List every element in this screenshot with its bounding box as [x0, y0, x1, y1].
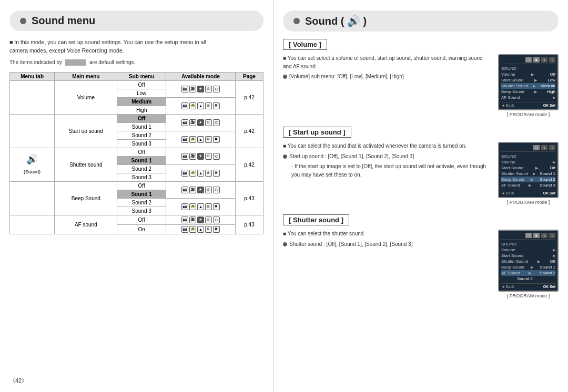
- volume-content: ■ You can set select a volume of sound, …: [283, 54, 559, 117]
- startup-lcd: □ ✎ ↕ SOUND Volume▶ Start Sound▶Off Shut…: [498, 142, 559, 205]
- mode-icon: ⊙: [205, 119, 212, 126]
- mode-icon: C: [213, 216, 220, 223]
- shutter-icons-2: 📷 🐢 ▲ ⊛ ✖: [166, 164, 235, 181]
- lcd-icon: ✎: [541, 57, 547, 63]
- mode-icon: ⊛: [205, 136, 212, 143]
- left-panel: Sound menu ■ In this mode, you can set u…: [0, 0, 273, 392]
- shutter-s1: Sound 1: [117, 156, 166, 164]
- mode-icon: ★: [197, 119, 204, 126]
- shutter-s2: Sound 2: [117, 164, 166, 173]
- lcd-row: SOUND: [501, 66, 555, 71]
- mode-icon: ⊛: [205, 226, 212, 233]
- intro-line1: ■ In this mode, you can set up sound set…: [9, 38, 263, 55]
- program-mode-label: [ PROGRAM mode ]: [507, 112, 550, 117]
- table-row: 🔊(Sound) Shutter sound Off 📷 🎥 ★ ⊙ C p.4…: [10, 148, 263, 156]
- lcd-screen-shutter: □ ■ ✎ ↕ SOUND Volume▶ Start Sound▶ Shutt…: [498, 230, 559, 292]
- mode-icon: ⊙: [205, 86, 212, 92]
- startup-text: ■ You can select the sound that is activ…: [283, 142, 492, 181]
- mode-icon: ▲: [197, 203, 204, 210]
- lcd-icon: ■: [533, 57, 540, 63]
- lcd-row: Beep Sound▶High: [501, 89, 555, 95]
- af-page: p.43: [235, 215, 263, 234]
- col-menu-tab: Menu tab: [10, 72, 55, 80]
- right-panel: Sound ( 🔊 ) [ Volume ] ■ You can set sel…: [273, 0, 568, 392]
- lcd-icon: ↕: [549, 233, 555, 238]
- volume-high: High: [117, 106, 166, 114]
- menu-table: Menu tab Main menu Sub menu Available mo…: [9, 72, 263, 234]
- shutter-desc1: ■ You can select the shutter sound.: [283, 230, 492, 238]
- lcd-row: Start Sound▶: [501, 253, 555, 259]
- page-number: 《42》: [9, 377, 27, 385]
- mode-icon: 📷: [181, 226, 188, 233]
- startup-s3: Sound 3: [117, 139, 166, 148]
- mode-icon: C: [213, 153, 220, 160]
- volume-off: Off: [117, 80, 166, 89]
- mode-icon: 📷: [181, 86, 188, 92]
- af-off: Off: [117, 215, 166, 224]
- volume-icons-1: 📷 🎥 ★ ⊙ C: [166, 80, 235, 97]
- lcd-row: Sound 3: [501, 276, 555, 282]
- beep-icons-2: 📷 🐢 ▲ ⊛ ✖: [166, 198, 235, 215]
- mode-icon: ▲: [197, 170, 204, 177]
- volume-tab: [10, 80, 55, 114]
- lcd-row: Start Sound▶Low: [501, 77, 555, 83]
- mode-icon: ⊙: [205, 216, 212, 223]
- mode-icon: ▲: [197, 226, 204, 233]
- mode-icon: ⊙: [205, 153, 212, 160]
- mode-icon: ▲: [197, 102, 204, 109]
- lcd-ok: OK Set: [543, 191, 555, 195]
- lcd-row: SOUND: [501, 153, 555, 159]
- program-mode-label: [ PROGRAM mode ]: [507, 293, 550, 298]
- startup-s1: Sound 1: [117, 122, 166, 131]
- mode-icon: ★: [197, 216, 204, 223]
- af-main: AF sound: [55, 215, 117, 234]
- lcd-icon: ↕: [549, 57, 555, 63]
- volume-main: Volume: [55, 80, 117, 114]
- lcd-row: Volume▶: [501, 247, 555, 253]
- volume-lcd: □ ■ ✎ ↕ SOUND Volume▶Off Start Sound▶Low…: [498, 54, 559, 117]
- startup-bullet2: - If the start up image is set to [Off],…: [291, 162, 492, 179]
- mode-icon: 🐢: [189, 226, 196, 233]
- lcd-icon: ↕: [549, 145, 555, 150]
- startup-section-title: [ Start up sound ]: [283, 127, 351, 138]
- startup-icons-1: 📷 🎥 ★ ⊙ C: [166, 114, 235, 131]
- startup-off: Off: [117, 114, 166, 122]
- volume-desc1: ■ You can set select a volume of sound, …: [283, 54, 492, 70]
- lcd-row: Volume▶: [501, 159, 555, 165]
- mode-icon: ✖: [213, 102, 220, 109]
- mode-icon: 🎥: [189, 86, 196, 92]
- right-section-title: Sound ( 🔊 ): [283, 11, 559, 32]
- lcd-row-selected: AF Sound▶Sound 2: [501, 270, 555, 276]
- shutter-icons-1: 📷 🎥 ★ ⊙ C: [166, 148, 235, 164]
- beep-s3: Sound 3: [117, 207, 166, 215]
- volume-page: p.42: [235, 80, 263, 114]
- mode-icon: 🐢: [189, 203, 196, 210]
- col-page: Page: [235, 72, 263, 80]
- lcd-row-selected: Shutter Sound▶Medium: [501, 83, 555, 89]
- mode-icon: ⊛: [205, 170, 212, 177]
- mode-icon: 🐢: [189, 102, 196, 109]
- default-box: [65, 59, 86, 66]
- beep-main: Beep Sound: [55, 181, 117, 215]
- startup-main: Start up sound: [55, 114, 117, 148]
- af-icons-1: 📷 🎥 ★ ⊙ C: [166, 215, 235, 224]
- shutter-tab: 🔊(Sound): [10, 148, 55, 181]
- beep-page: p.43: [235, 181, 263, 215]
- mode-icon: ★: [197, 153, 204, 160]
- col-available-mode: Available mode: [166, 72, 235, 80]
- mode-icon: 🎥: [189, 187, 196, 193]
- mode-icon: 🐢: [189, 170, 196, 177]
- mode-icon: 🎥: [189, 216, 196, 223]
- lcd-row: SOUND: [501, 241, 555, 247]
- lcd-icon: □: [525, 57, 532, 63]
- lcd-nav: ◄ Back OK Set: [501, 283, 555, 288]
- lcd-row-selected: Beep Sound▶Sound 2: [501, 177, 555, 182]
- volume-icons-2: 📷 🐢 ▲ ⊛ ✖: [166, 97, 235, 114]
- mode-icon: C: [213, 86, 220, 92]
- startup-page: p.42: [235, 114, 263, 148]
- mode-icon: ★: [197, 86, 204, 92]
- startup-section: [ Start up sound ] ■ You can select the …: [283, 127, 559, 205]
- lcd-icon: □: [525, 233, 532, 238]
- table-row: AF sound Off 📷 🎥 ★ ⊙ C p.43: [10, 215, 263, 224]
- lcd-icon: ✎: [541, 233, 547, 238]
